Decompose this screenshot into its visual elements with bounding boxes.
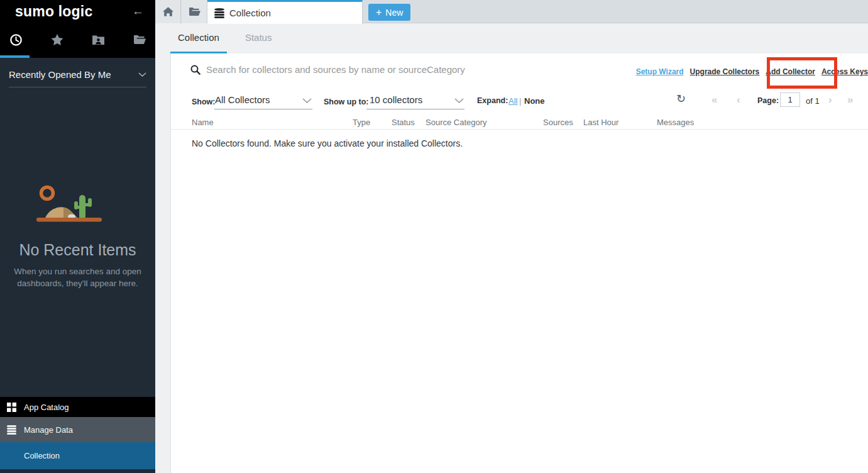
limit-filter-dropdown[interactable]: 10 collectors: [370, 94, 422, 105]
page-of-label: of 1: [806, 96, 820, 106]
library-folder-icon[interactable]: [133, 33, 146, 47]
page-label: Page:: [757, 96, 779, 105]
cactus-icon: [74, 195, 92, 220]
chevron-down-icon: [302, 98, 312, 104]
search-input[interactable]: [206, 60, 533, 79]
ground-line: [36, 218, 102, 222]
shared-folder-user-icon[interactable]: [91, 33, 105, 47]
sidebar-item-label: App Catalog: [24, 403, 69, 412]
toolbar-links: Setup Wizard Upgrade Collectors Add Coll…: [636, 67, 868, 76]
prev-page-button[interactable]: ‹: [737, 94, 740, 106]
show-filter-label: Show:: [192, 97, 216, 106]
library-tab-button[interactable]: [182, 0, 207, 23]
tab-collection[interactable]: Collection: [207, 0, 363, 24]
page-number-input[interactable]: [780, 92, 800, 107]
grid-icon: [6, 403, 16, 412]
setup-wizard-link[interactable]: Setup Wizard: [636, 67, 684, 76]
column-header-status: Status: [392, 118, 415, 127]
active-nav-indicator: [0, 55, 30, 58]
new-button-label: New: [385, 8, 403, 18]
search-icon: [190, 65, 201, 75]
no-recent-items-subtitle: When you run searches and open dashboard…: [0, 266, 155, 289]
tab-label: Collection: [229, 8, 271, 18]
column-header-source-category: Source Category: [426, 118, 487, 127]
expand-none-link[interactable]: None: [524, 96, 545, 106]
main-area: Collection + New Collection Status Setup…: [155, 0, 868, 473]
sidebar-header: sumo logic ←: [0, 0, 155, 58]
show-filter-dropdown[interactable]: All Collectors: [215, 94, 270, 105]
empty-state-message: No Collectors found. Make sure you activ…: [192, 138, 463, 148]
expand-label: Expand:: [477, 96, 508, 105]
sidebar: sumo logic ← Recently Opened By: [0, 0, 155, 473]
divider: |: [519, 96, 521, 106]
top-tab-bar: Collection + New: [155, 0, 868, 23]
sidebar-footer: App Catalog Manage Data Collection: [0, 397, 155, 469]
add-collector-link[interactable]: Add Collector: [766, 67, 815, 76]
table-header-row: Name Type Status Source Category Sources…: [171, 116, 868, 130]
recent-filter-dropdown[interactable]: Recently Opened By Me: [9, 69, 146, 87]
sub-tab-bar: Collection Status: [155, 23, 868, 53]
sidebar-item-app-catalog[interactable]: App Catalog: [0, 397, 155, 417]
last-page-button[interactable]: »: [847, 94, 853, 106]
column-header-sources: Sources: [543, 118, 573, 127]
sumo-logic-logo: sumo logic: [15, 3, 92, 20]
sun-icon: [41, 187, 53, 199]
upgrade-collectors-link[interactable]: Upgrade Collectors: [690, 67, 760, 76]
recent-filter-label: Recently Opened By Me: [9, 69, 111, 80]
sumo-logic-app: sumo logic ← Recently Opened By: [0, 0, 868, 473]
home-tab-button[interactable]: [155, 0, 181, 23]
sidebar-nav: [0, 33, 155, 47]
new-button[interactable]: + New: [368, 4, 410, 21]
database-icon: [6, 425, 16, 435]
collection-panel: Setup Wizard Upgrade Collectors Add Coll…: [170, 53, 868, 473]
column-header-type: Type: [353, 118, 370, 127]
sidebar-item-label: Collection: [24, 451, 60, 460]
column-header-name: Name: [192, 118, 214, 127]
subtab-status[interactable]: Status: [238, 23, 280, 53]
limit-filter-label: Show up to:: [324, 97, 369, 106]
open-folder-icon: [189, 7, 201, 16]
favorites-star-icon[interactable]: [50, 33, 64, 47]
subtab-collection[interactable]: Collection: [170, 23, 227, 53]
sidebar-item-manage-data[interactable]: Manage Data: [0, 417, 155, 442]
chevron-down-icon: [454, 98, 464, 104]
sidebar-item-label: Manage Data: [24, 425, 73, 435]
expand-all-link[interactable]: All: [508, 96, 517, 106]
chevron-down-icon: [138, 72, 146, 77]
column-header-last-hour: Last Hour: [583, 118, 618, 127]
column-header-messages: Messages: [657, 118, 694, 127]
collapse-sidebar-button[interactable]: ←: [132, 4, 144, 18]
next-page-button[interactable]: ›: [828, 94, 832, 106]
database-icon: [214, 8, 224, 18]
no-recent-items-title: No Recent Items: [0, 241, 155, 259]
sidebar-item-collection[interactable]: Collection: [0, 442, 155, 469]
refresh-icon[interactable]: ↻: [676, 92, 686, 106]
home-icon: [163, 7, 173, 16]
plus-icon: +: [376, 8, 382, 18]
first-page-button[interactable]: «: [711, 94, 717, 106]
desert-illustration: [36, 184, 102, 224]
recent-clock-icon[interactable]: [9, 33, 23, 47]
filter-bar: Show: All Collectors Show up to: 10 coll…: [171, 92, 868, 111]
access-keys-link[interactable]: Access Keys: [821, 67, 868, 76]
